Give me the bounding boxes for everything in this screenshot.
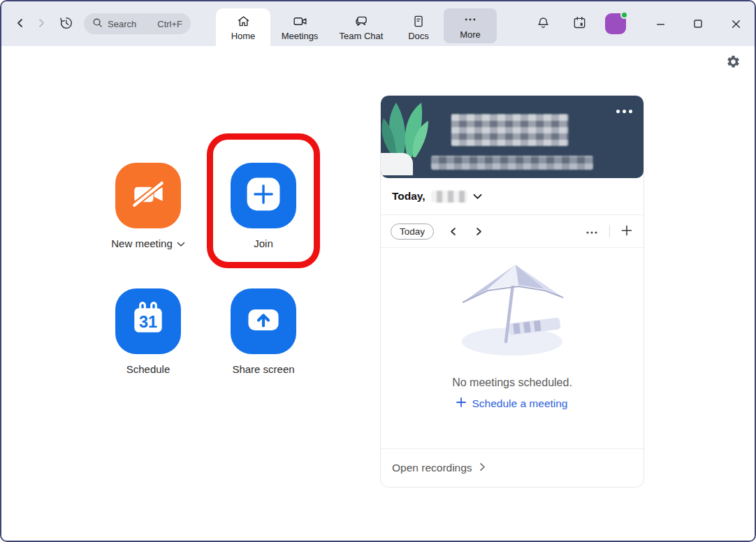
today-button[interactable]: Today: [391, 224, 434, 240]
empty-message: No meetings scheduled.: [381, 376, 644, 389]
plus-icon: [456, 397, 466, 410]
empty-schedule-state: No meetings scheduled. Schedule a meetin…: [381, 248, 644, 448]
home-icon: [236, 13, 251, 29]
schedule-a-meeting-link[interactable]: Schedule a meeting: [456, 397, 567, 410]
gear-icon: [726, 61, 741, 71]
plus-icon: [621, 225, 632, 238]
next-meeting-card: [381, 96, 644, 178]
calendar-icon: [572, 15, 587, 32]
join-label: Join: [254, 237, 273, 249]
zoom-app-window: Search Ctrl+F Home Meetings: [0, 0, 756, 542]
search-input[interactable]: Search Ctrl+F: [84, 13, 191, 34]
tab-home[interactable]: Home: [216, 8, 270, 46]
video-camera-icon: [292, 13, 308, 29]
tab-more[interactable]: More: [444, 8, 497, 43]
video-camera-off-icon: [127, 173, 169, 218]
main-tabs: Home Meetings Team Chat: [216, 1, 497, 46]
calendar-31-icon: 31: [127, 299, 169, 344]
add-meeting-button[interactable]: [620, 224, 634, 240]
chevron-down-icon: [177, 237, 185, 249]
tab-label: Docs: [408, 31, 429, 41]
ellipsis-icon: [616, 110, 620, 113]
share-up-arrow-icon: [242, 299, 284, 344]
toolbar-more-button[interactable]: [584, 225, 599, 238]
schedule-label: Schedule: [126, 363, 170, 375]
card-menu-button[interactable]: [616, 110, 632, 113]
chevron-down-icon: [473, 190, 482, 203]
ellipsis-icon: [463, 12, 477, 27]
share-screen-action: Share screen: [208, 288, 319, 375]
schedule-button[interactable]: 31: [115, 288, 181, 354]
open-recordings-link[interactable]: Open recordings: [381, 449, 644, 487]
tab-team-chat[interactable]: Team Chat: [329, 8, 393, 46]
today-label: Today,: [392, 190, 426, 203]
tab-label: More: [460, 29, 481, 40]
forward-button[interactable]: [31, 13, 52, 34]
document-icon: [412, 13, 426, 29]
calendar-button[interactable]: [569, 13, 590, 34]
new-meeting-label-row[interactable]: New meeting: [111, 237, 185, 249]
next-day-button[interactable]: [472, 224, 486, 239]
chevron-right-icon: [36, 18, 46, 30]
blurred-date: [431, 156, 593, 170]
search-placeholder: Search: [108, 19, 136, 29]
titlebar-right-cluster: [532, 13, 743, 34]
meetings-panel: Today, Today: [380, 95, 644, 488]
umbrella-illustration: [446, 350, 579, 362]
schedule-a-meeting-label: Schedule a meeting: [472, 397, 567, 410]
calendar-day-number: 31: [139, 313, 157, 331]
new-meeting-action: New meeting: [92, 163, 204, 249]
presence-dot: [620, 11, 628, 19]
calendar-toolbar: Today: [381, 215, 644, 247]
schedule-action: 31 Schedule: [92, 288, 204, 375]
history-clock-icon: [59, 15, 74, 33]
close-button[interactable]: [728, 16, 743, 31]
open-recordings-label: Open recordings: [392, 462, 472, 474]
search-shortcut: Ctrl+F: [157, 19, 182, 29]
title-bar: Search Ctrl+F Home Meetings: [1, 1, 755, 46]
chat-bubbles-icon: [354, 13, 370, 29]
ellipsis-icon: [586, 226, 598, 237]
new-meeting-button[interactable]: [115, 163, 181, 228]
join-button[interactable]: [231, 163, 296, 228]
tab-label: Meetings: [282, 31, 319, 41]
avatar[interactable]: [605, 13, 626, 34]
notifications-button[interactable]: [532, 13, 553, 34]
blurred-date-short: [431, 191, 467, 203]
home-content: New meeting Join: [1, 46, 755, 541]
tab-docs[interactable]: Docs: [393, 8, 444, 46]
history-button[interactable]: [56, 13, 77, 34]
window-controls: [653, 16, 743, 31]
toolbar-divider: [609, 225, 610, 237]
blurred-time: [451, 114, 569, 146]
plant-illustration: [381, 96, 435, 178]
settings-button[interactable]: [726, 54, 741, 71]
plus-square-icon: [242, 173, 284, 218]
tab-label: Home: [231, 31, 256, 41]
search-icon: [92, 17, 103, 30]
tab-meetings[interactable]: Meetings: [270, 8, 329, 46]
back-button[interactable]: [10, 13, 31, 34]
maximize-button[interactable]: [690, 16, 706, 31]
date-selector[interactable]: Today,: [381, 178, 644, 214]
share-screen-label: Share screen: [232, 363, 294, 375]
chevron-right-icon: [479, 462, 486, 474]
new-meeting-label: New meeting: [111, 237, 173, 249]
tab-label: Team Chat: [340, 31, 384, 41]
bell-icon: [536, 15, 551, 32]
share-screen-button[interactable]: [231, 288, 296, 354]
previous-day-button[interactable]: [446, 224, 460, 239]
minimize-button[interactable]: [653, 16, 668, 31]
join-action: Join: [208, 163, 319, 249]
chevron-left-icon: [15, 18, 25, 30]
